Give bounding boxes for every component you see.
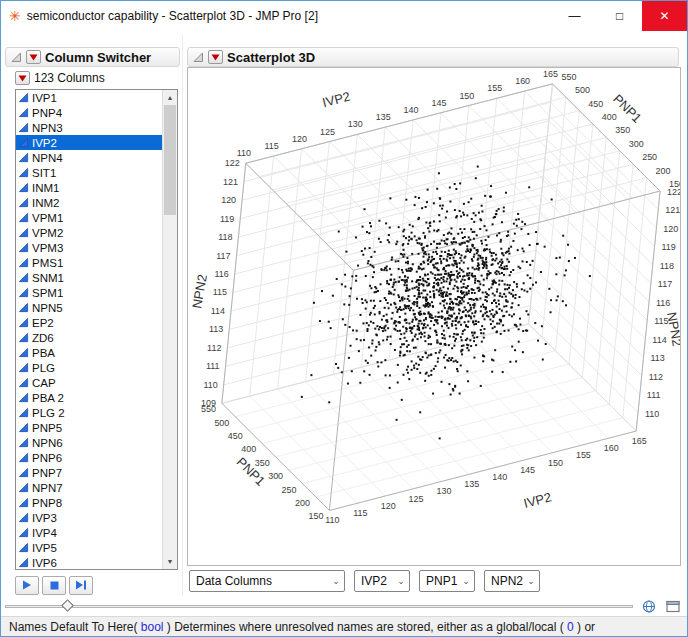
svg-text:117: 117 <box>658 279 672 289</box>
column-item[interactable]: SPM1 <box>16 285 162 300</box>
maximize-button[interactable]: □ <box>597 1 642 31</box>
column-item[interactable]: VPM3 <box>16 240 162 255</box>
step-forward-icon <box>75 580 87 590</box>
svg-text:155: 155 <box>487 83 502 93</box>
column-item[interactable]: IVP1 <box>16 90 162 105</box>
continuous-column-icon <box>18 92 29 103</box>
svg-text:125: 125 <box>409 494 424 504</box>
disclosure-icon[interactable] <box>10 51 22 63</box>
column-item[interactable]: PNP6 <box>16 450 162 465</box>
svg-text:IVP2: IVP2 <box>522 489 553 510</box>
switcher-slider-row <box>1 596 687 616</box>
svg-text:119: 119 <box>220 214 234 224</box>
scrollbar-track[interactable] <box>163 105 177 554</box>
red-triangle-menu-button[interactable] <box>26 50 41 64</box>
stop-icon <box>50 581 59 590</box>
column-item[interactable]: CAP <box>16 375 162 390</box>
column-item-label: PBA 2 <box>32 392 64 404</box>
column-item[interactable]: INM2 <box>16 195 162 210</box>
column-item[interactable]: NPN3 <box>16 120 162 135</box>
svg-text:550: 550 <box>201 404 216 414</box>
red-triangle-menu-button[interactable] <box>15 71 30 85</box>
column-item[interactable]: PNP7 <box>16 465 162 480</box>
column-item-label: IVP4 <box>32 527 57 539</box>
window-title: semiconductor capability - Scatterplot 3… <box>27 9 552 23</box>
status-bar: Names Default To Here( bool ) Determines… <box>1 616 687 636</box>
scrollbar-thumb[interactable] <box>164 105 176 215</box>
continuous-column-icon <box>18 272 29 283</box>
column-item-label: SPM1 <box>32 287 63 299</box>
column-item-label: NPN6 <box>32 437 63 449</box>
continuous-column-icon <box>18 317 29 328</box>
column-item[interactable]: NPN5 <box>16 300 162 315</box>
column-item[interactable]: NPN7 <box>16 480 162 495</box>
scrollbar-down-button[interactable]: ▼ <box>163 554 177 569</box>
column-item[interactable]: IVP2 <box>16 135 162 150</box>
svg-text:155: 155 <box>576 450 591 460</box>
svg-text:130: 130 <box>436 486 451 496</box>
y-axis-dropdown[interactable]: PNP1 ⌄ <box>419 570 475 592</box>
column-item[interactable]: PNP5 <box>16 420 162 435</box>
red-triangle-menu-button[interactable] <box>208 50 223 64</box>
jmp-logo-icon: ✳ <box>9 9 21 23</box>
z-axis-value: NPN2 <box>491 574 523 588</box>
column-item[interactable]: VPM2 <box>16 225 162 240</box>
column-item[interactable]: NPN4 <box>16 150 162 165</box>
column-item[interactable]: NPN6 <box>16 435 162 450</box>
y-axis-value: PNP1 <box>426 574 457 588</box>
scatterplot-panel: Scatterplot 3D 1101151201251301351401451… <box>183 35 687 596</box>
column-item[interactable]: PLG 2 <box>16 405 162 420</box>
slider-track[interactable] <box>5 605 633 608</box>
column-item[interactable]: PNP4 <box>16 105 162 120</box>
continuous-column-icon <box>18 407 29 418</box>
column-item[interactable]: SNM1 <box>16 270 162 285</box>
column-item[interactable]: PNP8 <box>16 495 162 510</box>
column-item[interactable]: PMS1 <box>16 255 162 270</box>
play-button[interactable] <box>15 576 39 595</box>
slider-thumb[interactable] <box>61 599 74 612</box>
window-icon[interactable] <box>665 599 681 614</box>
disclosure-icon[interactable] <box>192 51 204 63</box>
column-item[interactable]: ZD6 <box>16 330 162 345</box>
svg-text:116: 116 <box>656 298 670 308</box>
column-item[interactable]: PLG <box>16 360 162 375</box>
jmp-window: ✳ semiconductor capability - Scatterplot… <box>0 0 688 637</box>
column-list[interactable]: IVP1PNP4NPN3IVP2NPN4SIT1INM1INM2VPM1VPM2… <box>16 90 162 569</box>
continuous-column-icon <box>18 107 29 118</box>
data-columns-dropdown[interactable]: Data Columns ⌄ <box>189 570 345 592</box>
minimize-button[interactable]: — <box>552 1 597 31</box>
scrollbar-up-button[interactable]: ▲ <box>163 90 177 105</box>
column-item[interactable]: PBA 2 <box>16 390 162 405</box>
column-slider[interactable] <box>5 598 633 614</box>
x-axis-dropdown[interactable]: IVP2 ⌄ <box>354 570 410 592</box>
columns-count-label: 123 Columns <box>34 71 105 85</box>
svg-text:145: 145 <box>520 465 535 475</box>
column-item[interactable]: INM1 <box>16 180 162 195</box>
z-axis-dropdown[interactable]: NPN2 ⌄ <box>484 570 540 592</box>
column-item-label: NPN7 <box>32 482 63 494</box>
step-forward-button[interactable] <box>69 576 93 595</box>
continuous-column-icon <box>18 137 29 148</box>
svg-text:135: 135 <box>464 479 479 489</box>
stop-button[interactable] <box>42 576 66 595</box>
close-button[interactable]: ✕ <box>642 1 687 31</box>
column-item[interactable]: VPM1 <box>16 210 162 225</box>
column-item[interactable]: IVP4 <box>16 525 162 540</box>
column-item-label: SNM1 <box>32 272 64 284</box>
x-axis-value: IVP2 <box>361 574 387 588</box>
column-list-box: IVP1PNP4NPN3IVP2NPN4SIT1INM1INM2VPM1VPM2… <box>15 89 178 570</box>
column-item[interactable]: IVP3 <box>16 510 162 525</box>
svg-text:500: 500 <box>575 85 590 95</box>
column-item-label: INM1 <box>32 182 59 194</box>
continuous-column-icon <box>18 347 29 358</box>
scatterplot-3d-canvas[interactable]: 1101151201251301351401451501551601651502… <box>188 68 680 565</box>
globe-icon[interactable] <box>641 599 657 614</box>
column-item[interactable]: IVP5 <box>16 540 162 555</box>
svg-text:150: 150 <box>308 511 323 521</box>
column-item[interactable]: SIT1 <box>16 165 162 180</box>
column-item[interactable]: IVP6 <box>16 555 162 569</box>
column-item[interactable]: EP2 <box>16 315 162 330</box>
column-item[interactable]: PBA <box>16 345 162 360</box>
svg-text:117: 117 <box>216 251 230 261</box>
scatterplot-header: Scatterplot 3D <box>187 47 679 67</box>
